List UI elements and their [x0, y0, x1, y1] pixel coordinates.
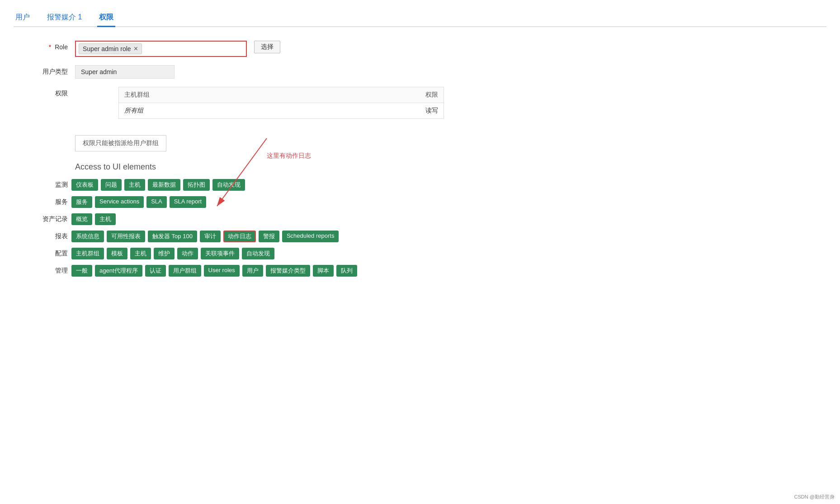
role-label: * Role — [32, 41, 68, 51]
nav-tab-users[interactable]: 用户 — [14, 9, 32, 27]
role-input-container[interactable]: Super admin role × — [75, 41, 247, 57]
tag-主机[interactable]: 主机 — [124, 179, 145, 191]
tag-自动发现[interactable]: 自动发现 — [242, 248, 274, 259]
tag-仪表板[interactable]: 仪表板 — [71, 179, 98, 191]
role-tag-close-icon[interactable]: × — [134, 45, 138, 53]
tags-container-management: 一般agent代理程序认证用户群组User roles用户报警媒介类型脚本队列 — [71, 265, 357, 277]
tag-用户群组[interactable]: 用户群组 — [169, 265, 201, 277]
category-label-assets: 资产记录 — [32, 215, 68, 223]
tag-维护[interactable]: 维护 — [154, 248, 175, 259]
permissions-col2-header: 权限 — [425, 91, 438, 99]
required-star: * — [49, 43, 51, 51]
tag-主机[interactable]: 主机 — [95, 213, 116, 225]
tag-动作日志[interactable]: 动作日志 — [223, 231, 256, 242]
tag-sla-report[interactable]: SLA report — [170, 196, 206, 208]
top-navigation: 用户报警媒介 1权限 — [14, 9, 826, 27]
permissions-header: 主机群组 权限 — [119, 87, 444, 103]
group-name: 所有组 — [124, 107, 143, 115]
category-row-config: 配置主机群组模板主机维护动作关联项事件自动发现 — [32, 248, 826, 259]
tag-触发器-top-100[interactable]: 触发器 Top 100 — [148, 231, 197, 242]
role-row: * Role Super admin role × 选择 — [32, 41, 826, 57]
tag-动作[interactable]: 动作 — [177, 248, 198, 259]
perm-value: 读写 — [425, 107, 438, 115]
category-row-services: 服务服务Service actionsSLASLA report — [32, 196, 826, 208]
tag-概览[interactable]: 概览 — [71, 213, 92, 225]
tag-user-roles[interactable]: User roles — [204, 265, 240, 277]
tag-主机[interactable]: 主机 — [130, 248, 151, 259]
category-label-management: 管理 — [32, 267, 68, 275]
permissions-label: 权限 — [32, 87, 68, 98]
nav-tab-media[interactable]: 报警媒介 1 — [45, 9, 84, 27]
permissions-container: 主机群组 权限 所有组 读写 — [118, 87, 444, 119]
tag-警报[interactable]: 警报 — [259, 231, 279, 242]
category-label-services: 服务 — [32, 198, 68, 206]
tag-系统信息[interactable]: 系统信息 — [71, 231, 104, 242]
user-type-label: 用户类型 — [32, 65, 68, 76]
category-row-assets: 资产记录概览主机 — [32, 213, 826, 225]
tag-问题[interactable]: 问题 — [101, 179, 122, 191]
category-row-monitoring: 监测仪表板问题主机最新数据拓扑图自动发现 — [32, 179, 826, 191]
tag-审计[interactable]: 审计 — [200, 231, 221, 242]
tag-拓扑图[interactable]: 拓扑图 — [183, 179, 210, 191]
tag-sla[interactable]: SLA — [146, 196, 167, 208]
permissions-row: 权限 主机群组 权限 所有组 读写 — [32, 87, 826, 127]
note-text: 权限只能被指派给用户群组 — [83, 139, 159, 146]
tag-认证[interactable]: 认证 — [145, 265, 166, 277]
tag-最新数据[interactable]: 最新数据 — [148, 179, 180, 191]
tag-scheduled-reports[interactable]: Scheduled reports — [282, 231, 339, 242]
category-row-management: 管理一般agent代理程序认证用户群组User roles用户报警媒介类型脚本队… — [32, 265, 826, 277]
nav-tab-permissions[interactable]: 权限 — [97, 9, 115, 27]
permissions-col1-header: 主机群组 — [124, 91, 150, 99]
category-label-reports: 报表 — [32, 232, 68, 240]
category-label-config: 配置 — [32, 250, 68, 258]
annotation-text: 这里有动作日志 — [267, 152, 311, 160]
tags-container-services: 服务Service actionsSLASLA report — [71, 196, 206, 208]
tag-模板[interactable]: 模板 — [107, 248, 127, 259]
tags-container-monitoring: 仪表板问题主机最新数据拓扑图自动发现 — [71, 179, 245, 191]
note-box: 权限只能被指派给用户群组 — [75, 135, 166, 151]
ui-elements-heading: Access to UI elements — [75, 162, 826, 172]
categories-section: 这里有动作日志 监测仪表板问题主机最新数据拓扑图自动发现服务服务Service … — [32, 179, 826, 277]
tag-agent代理程序[interactable]: agent代理程序 — [95, 265, 142, 277]
tag-可用性报表[interactable]: 可用性报表 — [107, 231, 145, 242]
tag-关联项事件[interactable]: 关联项事件 — [201, 248, 239, 259]
tags-container-assets: 概览主机 — [71, 213, 116, 225]
tag-service-actions[interactable]: Service actions — [95, 196, 144, 208]
tag-用户[interactable]: 用户 — [242, 265, 263, 277]
role-tag: Super admin role × — [79, 43, 142, 54]
category-label-monitoring: 监测 — [32, 181, 68, 189]
user-type-field: Super admin — [75, 65, 175, 79]
tag-队列[interactable]: 队列 — [336, 265, 357, 277]
user-type-row: 用户类型 Super admin — [32, 65, 826, 79]
tag-一般[interactable]: 一般 — [71, 265, 92, 277]
tag-自动发现[interactable]: 自动发现 — [212, 179, 245, 191]
tag-报警媒介类型[interactable]: 报警媒介类型 — [266, 265, 310, 277]
select-role-button[interactable]: 选择 — [254, 41, 280, 53]
tag-主机群组[interactable]: 主机群组 — [71, 248, 104, 259]
permissions-data-row: 所有组 读写 — [119, 103, 444, 118]
tags-container-reports: 系统信息可用性报表触发器 Top 100审计动作日志警报Scheduled re… — [71, 231, 339, 242]
categories-container: 监测仪表板问题主机最新数据拓扑图自动发现服务服务Service actionsS… — [32, 179, 826, 277]
tag-服务[interactable]: 服务 — [71, 196, 92, 208]
tag-脚本[interactable]: 脚本 — [313, 265, 334, 277]
role-tag-text: Super admin role — [83, 45, 131, 52]
category-row-reports: 报表系统信息可用性报表触发器 Top 100审计动作日志警报Scheduled … — [32, 231, 826, 242]
tags-container-config: 主机群组模板主机维护动作关联项事件自动发现 — [71, 248, 274, 259]
